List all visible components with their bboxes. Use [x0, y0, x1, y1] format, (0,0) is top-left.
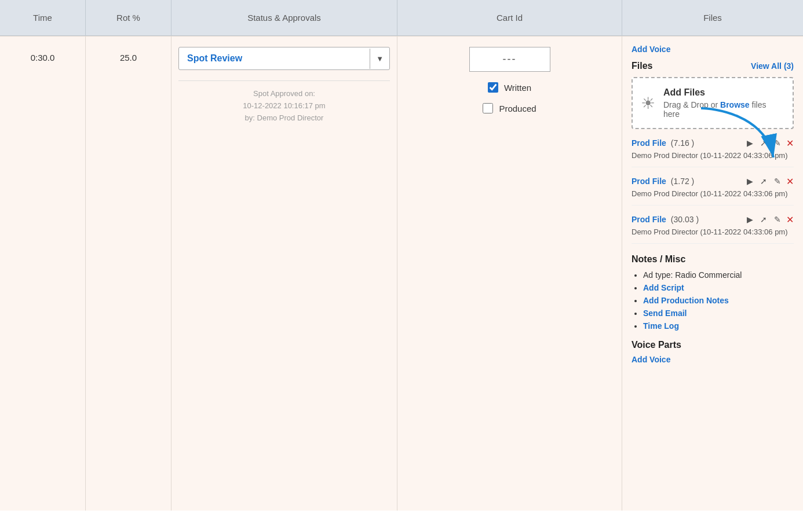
file-drop-zone[interactable]: ☀ Add Files Drag & Drop or Browse files …: [632, 77, 794, 129]
table-row: 0:30.0 25.0 Spot Review ▼ Spot Approved …: [0, 36, 803, 511]
header-time: Time: [0, 0, 86, 35]
cart-id-box: ---: [469, 47, 550, 72]
file-1-name[interactable]: Prod File (7.16 ): [632, 138, 694, 148]
time-value: 0:30.0: [31, 53, 55, 63]
note-item-5: Time Log: [643, 321, 794, 331]
cart-cell: --- Written Produced: [397, 36, 622, 511]
view-all-link[interactable]: View All (3): [751, 61, 794, 71]
note-item-3: Add Production Notes: [643, 296, 794, 305]
status-dropdown-arrow[interactable]: ▼: [370, 49, 389, 69]
header-files: Files: [622, 0, 803, 35]
file-3-play-btn[interactable]: ▶: [745, 214, 755, 225]
approval-line2: 10-12-2022 10:16:17 pm: [178, 100, 390, 112]
add-voice-top-link[interactable]: Add Voice: [632, 45, 794, 54]
drop-zone-content: Add Files Drag & Drop or Browse files he…: [663, 87, 784, 119]
file-item-row-3: Prod File (30.03 ) ▶ ➚ ✎ ✕: [632, 214, 794, 225]
send-email-link[interactable]: Send Email: [643, 309, 687, 318]
note-item-2: Add Script: [643, 283, 794, 292]
file-1-actions: ▶ ➚ ✎ ✕: [745, 137, 794, 149]
written-label: Written: [504, 83, 531, 93]
file-item-row-1: Prod File (7.16 ) ▶ ➚ ✎ ✕: [632, 137, 794, 149]
time-cell: 0:30.0: [0, 36, 86, 511]
files-cell: Add Voice Files View All (3) ☀ Add Files…: [622, 36, 803, 511]
drop-zone-subtitle: Drag & Drop or Browse files here: [663, 100, 784, 119]
file-1-size: (7.16 ): [671, 138, 694, 148]
produced-checkbox-row: Produced: [483, 103, 536, 113]
file-item-1: Prod File (7.16 ) ▶ ➚ ✎ ✕ Demo Prod Dire…: [632, 137, 794, 167]
file-item-row-2: Prod File (1.72 ) ▶ ➚ ✎ ✕: [632, 175, 794, 187]
file-3-meta: Demo Prod Director (10-11-2022 04:33:06 …: [632, 228, 794, 236]
time-log-link[interactable]: Time Log: [643, 321, 679, 331]
file-2-meta: Demo Prod Director (10-11-2022 04:33:06 …: [632, 189, 794, 198]
notes-section: Notes / Misc Ad type: Radio Commercial A…: [632, 254, 794, 331]
written-checkbox[interactable]: [488, 82, 498, 93]
drop-zone-pre-text: Drag & Drop or: [663, 100, 720, 109]
file-1-meta: Demo Prod Director (10-11-2022 04:33:06 …: [632, 151, 794, 160]
file-3-actions: ▶ ➚ ✎ ✕: [745, 214, 794, 225]
file-3-size: (30.03 ): [671, 215, 699, 224]
browse-link[interactable]: Browse: [720, 100, 750, 109]
status-select-label: Spot Review: [179, 47, 370, 69]
file-1-expand-btn[interactable]: ➚: [758, 137, 769, 149]
header-rot: Rot %: [86, 0, 171, 35]
rot-cell: 25.0: [86, 36, 171, 511]
file-1-delete-btn[interactable]: ✕: [786, 138, 794, 149]
file-item-2: Prod File (1.72 ) ▶ ➚ ✎ ✕ Demo Prod Dire…: [632, 175, 794, 206]
main-table: Time Rot % Status & Approvals Cart Id Fi…: [0, 0, 803, 532]
notes-list: Ad type: Radio Commercial Add Script Add…: [632, 270, 794, 331]
note-item-4: Send Email: [643, 309, 794, 318]
file-2-size: (1.72 ): [671, 177, 694, 186]
header-status: Status & Approvals: [171, 0, 397, 35]
voice-parts-section: Voice Parts Add Voice: [632, 340, 794, 364]
produced-checkbox[interactable]: [483, 103, 493, 113]
file-3-name[interactable]: Prod File (30.03 ): [632, 215, 699, 224]
file-2-edit-btn[interactable]: ✎: [772, 175, 783, 187]
file-2-play-btn[interactable]: ▶: [745, 175, 755, 187]
note-item-1: Ad type: Radio Commercial: [643, 270, 794, 280]
note-text-1: Ad type: Radio Commercial: [643, 270, 742, 280]
add-voice-bottom-link[interactable]: Add Voice: [632, 355, 794, 364]
written-checkbox-row: Written: [488, 82, 531, 93]
approval-info: Spot Approved on: 10-12-2022 10:16:17 pm…: [178, 88, 390, 124]
add-production-notes-link[interactable]: Add Production Notes: [643, 296, 729, 305]
status-cell: Spot Review ▼ Spot Approved on: 10-12-20…: [171, 36, 397, 511]
file-2-actions: ▶ ➚ ✎ ✕: [745, 175, 794, 187]
file-3-delete-btn[interactable]: ✕: [786, 214, 794, 225]
file-1-edit-btn[interactable]: ✎: [772, 137, 783, 149]
header-cart-id: Cart Id: [397, 0, 622, 35]
drop-zone-title: Add Files: [663, 87, 784, 98]
cart-id-value: ---: [503, 53, 517, 65]
voice-parts-title: Voice Parts: [632, 340, 794, 350]
table-header: Time Rot % Status & Approvals Cart Id Fi…: [0, 0, 803, 36]
file-2-delete-btn[interactable]: ✕: [786, 176, 794, 187]
rot-value: 25.0: [120, 53, 137, 63]
files-header: Files View All (3): [632, 61, 794, 71]
status-select-wrapper[interactable]: Spot Review ▼: [178, 47, 390, 70]
file-2-expand-btn[interactable]: ➚: [758, 175, 769, 187]
approval-line3: by: Demo Prod Director: [178, 112, 390, 124]
notes-title: Notes / Misc: [632, 254, 794, 265]
file-2-name[interactable]: Prod File (1.72 ): [632, 177, 694, 186]
upload-icon: ☀: [641, 94, 655, 113]
file-3-expand-btn[interactable]: ➚: [758, 214, 769, 225]
files-title: Files: [632, 61, 652, 71]
file-item-3: Prod File (30.03 ) ▶ ➚ ✎ ✕ Demo Prod Dir…: [632, 214, 794, 244]
status-separator: [178, 80, 390, 81]
produced-label: Produced: [499, 104, 536, 113]
add-script-link[interactable]: Add Script: [643, 283, 684, 292]
file-3-edit-btn[interactable]: ✎: [772, 214, 783, 225]
file-1-play-btn[interactable]: ▶: [745, 137, 755, 149]
approval-line1: Spot Approved on:: [178, 88, 390, 100]
